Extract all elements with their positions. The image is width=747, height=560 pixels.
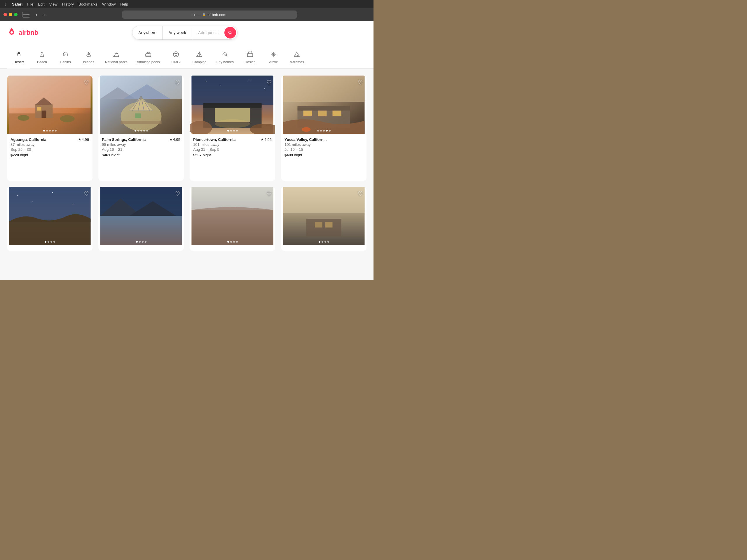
svg-point-3 bbox=[87, 55, 91, 56]
tiny-homes-icon bbox=[221, 50, 228, 58]
card-distance-1: 87 miles away bbox=[10, 142, 89, 147]
wishlist-button-2[interactable]: ♡ bbox=[175, 79, 180, 86]
apple-logo-icon:  bbox=[5, 2, 6, 6]
category-national-parks[interactable]: National parks bbox=[100, 48, 132, 68]
listing-card-2[interactable]: ♡ Palm Springs, California ★ 4.95 bbox=[98, 76, 184, 181]
arctic-icon bbox=[270, 50, 277, 58]
airbnb-logo[interactable]: airbnb bbox=[7, 27, 38, 38]
forward-button[interactable]: › bbox=[42, 11, 47, 18]
card-location-4: Yucca Valley, Californ... bbox=[284, 137, 327, 142]
close-button[interactable] bbox=[3, 13, 7, 16]
card-title-row-4: Yucca Valley, Californ... bbox=[284, 137, 363, 142]
listing-card-3[interactable]: ♡ Pioneertown, California ★ 4.95 101 mil… bbox=[190, 76, 275, 181]
svg-rect-69 bbox=[325, 222, 333, 228]
category-islands[interactable]: Islands bbox=[77, 48, 100, 68]
menu-bookmarks[interactable]: Bookmarks bbox=[78, 2, 98, 6]
beach-label: Beach bbox=[37, 60, 47, 64]
design-label: Design bbox=[244, 60, 255, 64]
menu-history[interactable]: History bbox=[62, 2, 74, 6]
card-dates-4: Jul 10 – 15 bbox=[284, 147, 363, 152]
islands-icon bbox=[85, 50, 92, 58]
listing-card-4[interactable]: ♡ Yucca Valley, Californ... 101 miles aw… bbox=[281, 76, 366, 181]
sidebar-toggle-button[interactable] bbox=[22, 12, 30, 18]
svg-rect-64 bbox=[192, 187, 274, 210]
anywhere-pill[interactable]: Anywhere bbox=[132, 26, 162, 39]
category-design[interactable]: Design bbox=[238, 48, 262, 68]
privacy-icon: ◑ bbox=[192, 13, 196, 17]
desert-icon bbox=[15, 50, 22, 58]
listing-card-8[interactable]: ♡ bbox=[281, 187, 366, 251]
minimize-button[interactable] bbox=[9, 13, 12, 16]
listing-card-5[interactable]: ♡ bbox=[7, 187, 93, 251]
add-guests-pill[interactable]: Add guests bbox=[192, 26, 224, 39]
main-search-bar[interactable]: Anywhere Any week Add guests bbox=[132, 26, 237, 40]
any-week-pill[interactable]: Any week bbox=[162, 26, 192, 39]
dot-2 bbox=[46, 130, 48, 132]
category-arctic[interactable]: Arctic bbox=[262, 48, 285, 68]
category-beach[interactable]: Beach bbox=[30, 48, 54, 68]
wishlist-button-7[interactable]: ♡ bbox=[266, 190, 272, 197]
islands-label: Islands bbox=[83, 60, 94, 64]
search-button[interactable] bbox=[224, 27, 236, 38]
wishlist-button-3[interactable]: ♡ bbox=[266, 79, 272, 86]
category-aframes[interactable]: A-frames bbox=[285, 48, 309, 68]
menu-edit[interactable]: Edit bbox=[38, 2, 44, 6]
svg-rect-18 bbox=[9, 76, 91, 134]
card-location-3: Pioneertown, California bbox=[193, 137, 235, 142]
desert-label: Desert bbox=[14, 60, 24, 64]
listing-card-6[interactable]: ♡ bbox=[98, 187, 184, 251]
menu-file[interactable]: File bbox=[27, 2, 33, 6]
card-price-4: $489 night bbox=[284, 153, 363, 157]
image-dots-5 bbox=[45, 241, 55, 243]
wishlist-button-5[interactable]: ♡ bbox=[84, 190, 89, 197]
card-title-row-3: Pioneertown, California ★ 4.95 bbox=[193, 137, 272, 142]
svg-point-56 bbox=[52, 192, 53, 193]
category-tiny-homes[interactable]: Tiny homes bbox=[211, 48, 238, 68]
tiny-homes-label: Tiny homes bbox=[216, 60, 234, 64]
wishlist-button-4[interactable]: ♡ bbox=[358, 79, 363, 86]
listing-image-1: ♡ bbox=[7, 76, 93, 134]
image-dots-4 bbox=[317, 130, 331, 132]
category-omg[interactable]: OMG! bbox=[164, 48, 188, 68]
wishlist-button-6[interactable]: ♡ bbox=[175, 190, 180, 197]
category-camping[interactable]: Camping bbox=[188, 48, 211, 68]
listing-card-7[interactable]: ♡ bbox=[190, 187, 275, 251]
card-rating-3: ★ 4.95 bbox=[261, 137, 272, 142]
omg-icon bbox=[173, 50, 179, 58]
svg-point-55 bbox=[32, 201, 33, 202]
menu-safari[interactable]: Safari bbox=[12, 2, 23, 6]
wishlist-button-8[interactable]: ♡ bbox=[358, 190, 363, 197]
beach-icon bbox=[38, 50, 46, 58]
menu-view[interactable]: View bbox=[49, 2, 57, 6]
category-cabins[interactable]: Cabins bbox=[54, 48, 77, 68]
address-bar[interactable]: ◑ ··· 🔒 airbnb.com bbox=[122, 10, 297, 19]
wishlist-button-1[interactable]: ♡ bbox=[84, 79, 89, 86]
menu-bar:  Safari File Edit View History Bookmark… bbox=[0, 0, 374, 8]
svg-point-5 bbox=[173, 52, 179, 57]
svg-rect-45 bbox=[283, 76, 365, 102]
traffic-lights bbox=[3, 13, 18, 16]
star-icon-1: ★ bbox=[78, 138, 81, 141]
category-amazing-pools[interactable]: Amazing pools bbox=[132, 48, 164, 68]
maximize-button[interactable] bbox=[14, 13, 18, 16]
cabins-icon bbox=[62, 50, 69, 58]
amazing-pools-label: Amazing pools bbox=[137, 60, 160, 64]
svg-rect-29 bbox=[121, 121, 162, 124]
back-button[interactable]: ‹ bbox=[34, 11, 39, 18]
svg-rect-38 bbox=[203, 103, 262, 108]
card-rating-1: ★ 4.96 bbox=[78, 137, 89, 142]
svg-point-36 bbox=[264, 88, 265, 89]
menu-window[interactable]: Window bbox=[102, 2, 115, 6]
camping-label: Camping bbox=[192, 60, 206, 64]
listing-card-1[interactable]: ♡ Aguanga, California ★ 4.96 87 bbox=[7, 76, 93, 181]
svg-rect-49 bbox=[318, 110, 327, 116]
svg-line-2 bbox=[231, 33, 232, 35]
listing-image-5: ♡ bbox=[7, 187, 93, 245]
listing-image-8: ♡ bbox=[281, 187, 366, 245]
menu-help[interactable]: Help bbox=[120, 2, 128, 6]
category-desert[interactable]: Desert bbox=[7, 48, 30, 68]
image-dots-3 bbox=[227, 130, 238, 132]
svg-point-51 bbox=[302, 127, 311, 132]
card-dates-2: Aug 16 – 21 bbox=[102, 147, 180, 152]
dot-1 bbox=[43, 130, 45, 132]
